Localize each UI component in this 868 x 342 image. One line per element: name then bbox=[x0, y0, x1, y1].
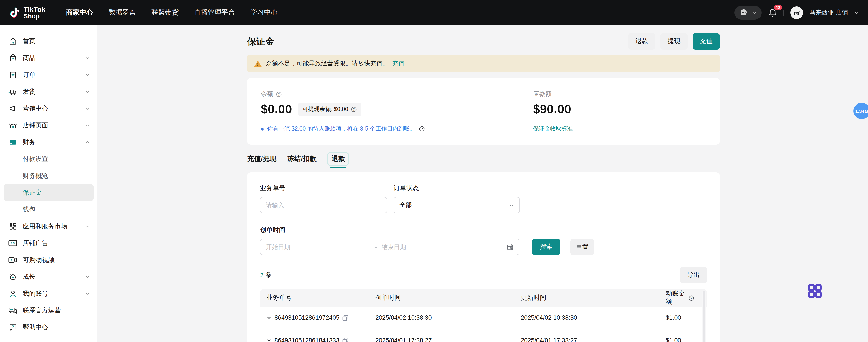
chevron-down-icon bbox=[85, 274, 90, 279]
order-no-label: 业务单号 bbox=[260, 184, 387, 192]
topnav-item-live-platform[interactable]: 直播管理平台 bbox=[194, 8, 235, 17]
order-no-input[interactable] bbox=[266, 202, 381, 208]
help-circle-icon[interactable]: ? bbox=[351, 107, 357, 112]
row-expand-caret-icon[interactable] bbox=[266, 338, 272, 342]
sidebar-item-label: 商品 bbox=[23, 54, 85, 62]
sidebar-item-wallet[interactable]: 钱包 bbox=[0, 201, 97, 218]
account-icon bbox=[8, 289, 17, 298]
tab-refund[interactable]: 退款 bbox=[328, 152, 349, 166]
refund-button[interactable]: 退款 bbox=[628, 33, 655, 50]
tiktok-note-icon bbox=[9, 6, 21, 19]
balance-amount: $0.00 bbox=[261, 102, 292, 116]
date-range-picker[interactable]: - bbox=[260, 239, 520, 255]
column-header: 动账金额? bbox=[666, 290, 707, 306]
copy-icon[interactable] bbox=[342, 314, 348, 321]
table-row[interactable]: 86493105128619724052025/04/02 10:38:3020… bbox=[260, 307, 707, 329]
sidebar-item-label: 店铺页面 bbox=[23, 121, 85, 130]
withdraw-button[interactable]: 提现 bbox=[660, 33, 688, 50]
svg-text:?: ? bbox=[11, 325, 14, 329]
row-expand-caret-icon[interactable] bbox=[266, 315, 272, 320]
search-button[interactable]: 搜索 bbox=[532, 239, 560, 255]
sidebar-item-shop-page[interactable]: 店铺页面 bbox=[0, 117, 97, 134]
column-header: 创单时间 bbox=[369, 294, 515, 302]
sidebar-item-label: 财务概览 bbox=[23, 172, 90, 180]
page-actions: 退款 提现 充值 bbox=[628, 33, 720, 50]
create-time-label: 创单时间 bbox=[260, 226, 707, 234]
topup-button[interactable]: 充值 bbox=[692, 33, 720, 50]
sidebar-item-finance-overview[interactable]: 财务概览 bbox=[0, 167, 97, 184]
store-avatar[interactable] bbox=[790, 6, 803, 19]
sidebar-item-growth[interactable]: 成长 bbox=[0, 268, 97, 285]
topnav-item-learning-center[interactable]: 学习中心 bbox=[250, 8, 278, 17]
sidebar: 首页商品订单发货营销中心店铺页面财务付款设置财务概览保证金钱包应用和服务市场AD… bbox=[0, 25, 97, 342]
end-date-input[interactable] bbox=[381, 244, 507, 250]
sidebar-item-products[interactable]: 商品 bbox=[0, 50, 97, 66]
store-name[interactable]: 马来西亚 店铺 bbox=[809, 8, 848, 17]
sidebar-item-contact-ops[interactable]: 联系官方运营 bbox=[0, 302, 97, 319]
sidebar-item-app-market[interactable]: 应用和服务市场 bbox=[0, 218, 97, 235]
export-button[interactable]: 导出 bbox=[680, 267, 707, 283]
sidebar-item-payment-settings[interactable]: 付款设置 bbox=[0, 150, 97, 167]
help-circle-icon[interactable]: ? bbox=[688, 295, 694, 301]
topnav-item-affiliate[interactable]: 联盟带货 bbox=[151, 8, 179, 17]
growth-icon bbox=[8, 272, 17, 281]
due-amount: $90.00 bbox=[533, 102, 571, 116]
refund-table: 业务单号创单时间更新时间动账金额? 8649310512861972405202… bbox=[260, 289, 707, 342]
storefront-icon bbox=[793, 9, 800, 16]
help-circle-icon[interactable]: ? bbox=[276, 91, 282, 97]
notifications-button[interactable]: 13 bbox=[768, 7, 777, 18]
column-header: 更新时间 bbox=[515, 294, 666, 302]
topnav-item-data-compass[interactable]: 数据罗盘 bbox=[108, 8, 136, 17]
help-circle-icon[interactable]: ? bbox=[419, 126, 425, 132]
sidebar-item-my-account[interactable]: 我的账号 bbox=[0, 285, 97, 302]
sidebar-item-orders[interactable]: 订单 bbox=[0, 66, 97, 83]
sidebar-item-shop-ads[interactable]: AD店铺广告 bbox=[0, 235, 97, 252]
order-status-select[interactable]: 全部 bbox=[394, 197, 520, 213]
pending-entry-text: 你有一笔 $2.00 的待入账款项，将在 3-5 个工作日内到账。 bbox=[267, 125, 415, 133]
order-id: 8649310512861841333 bbox=[275, 337, 339, 342]
sidebar-item-finance[interactable]: 财务 bbox=[0, 134, 97, 150]
chevron-down-icon bbox=[85, 123, 90, 128]
banner-text: 余额不足，可能导致经营受限。请尽快充值。 bbox=[266, 59, 389, 67]
sidebar-item-label: 联系官方运营 bbox=[23, 306, 90, 314]
calendar-icon[interactable] bbox=[507, 244, 514, 250]
order-no-input-wrap bbox=[260, 197, 387, 213]
sidebar-item-deposit[interactable]: 保证金 bbox=[4, 184, 94, 201]
start-date-input[interactable] bbox=[266, 244, 375, 250]
tab-freeze-deduct[interactable]: 冻结/扣款 bbox=[287, 152, 316, 166]
sidebar-item-label: 可购物视频 bbox=[23, 256, 90, 264]
tiktok-shop-logo[interactable]: TikTok Shop bbox=[9, 6, 45, 19]
network-usage-badge[interactable]: 1.34G bbox=[854, 103, 868, 119]
sidebar-item-marketing[interactable]: 营销中心 bbox=[0, 100, 97, 117]
logo-wordmark: TikTok Shop bbox=[24, 6, 45, 19]
sidebar-item-help-center[interactable]: ?帮助中心 bbox=[0, 319, 97, 336]
sidebar-item-home[interactable]: 首页 bbox=[0, 33, 97, 50]
banner-topup-link[interactable]: 充值 bbox=[392, 59, 404, 67]
table-row[interactable]: 86493105128618413332025/04/01 17:38:2720… bbox=[260, 329, 707, 342]
app-launcher-icon[interactable] bbox=[808, 284, 822, 298]
balance-card: 余额 ? $0.00 可提现余额: $0.00 ? bbox=[247, 78, 720, 145]
sidebar-item-label: 钱包 bbox=[23, 205, 90, 213]
sidebar-item-shoppable-video[interactable]: 可购物视频 bbox=[0, 252, 97, 268]
sidebar-item-shipping[interactable]: 发货 bbox=[0, 83, 97, 100]
table-scrollbar[interactable] bbox=[702, 291, 706, 342]
copy-icon[interactable] bbox=[342, 337, 348, 342]
topnav-item-seller-center[interactable]: 商家中心 bbox=[66, 8, 93, 17]
main-content: 保证金 退款 提现 充值 余额不足，可能导致经营受限。请尽快充值。 充值 余额 … bbox=[247, 25, 720, 342]
chevron-up-icon bbox=[85, 140, 90, 145]
deposit-standard-link[interactable]: 保证金收取标准 bbox=[533, 125, 573, 133]
chevron-down-icon[interactable] bbox=[855, 10, 859, 15]
due-label: 应缴额 bbox=[533, 90, 552, 98]
tab-recharge-withdraw[interactable]: 充值/提现 bbox=[247, 152, 276, 166]
range-separator: - bbox=[375, 244, 377, 250]
chevron-down-icon bbox=[85, 224, 90, 229]
column-header-label: 业务单号 bbox=[266, 294, 292, 302]
reset-button[interactable]: 重置 bbox=[570, 239, 594, 255]
messages-button[interactable] bbox=[734, 6, 762, 19]
tab-bar: 充值/提现冻结/扣款退款 bbox=[247, 152, 720, 166]
warning-icon bbox=[254, 60, 262, 67]
sidebar-item-label: 应用和服务市场 bbox=[23, 222, 85, 230]
ads-icon: AD bbox=[8, 238, 17, 248]
column-header-label: 创单时间 bbox=[375, 294, 401, 301]
chevron-down-icon bbox=[85, 89, 90, 94]
